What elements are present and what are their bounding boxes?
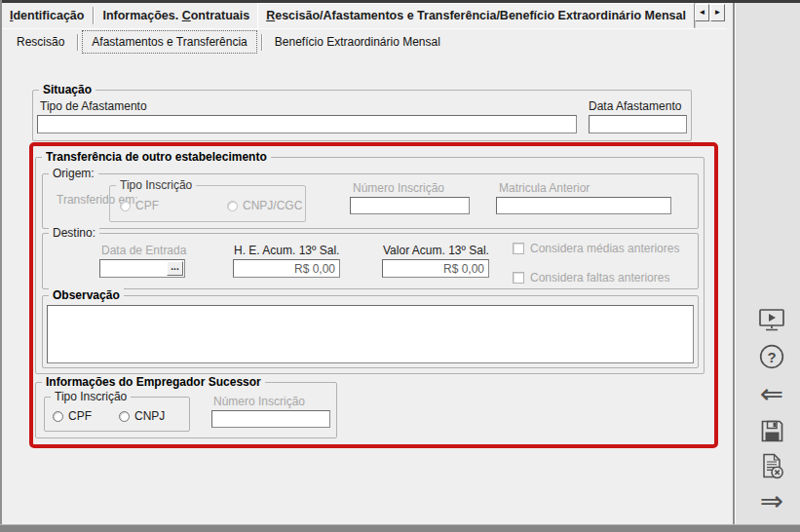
data-entrada-label: Data de Entrada xyxy=(101,244,186,257)
considera-faltas-label: Considera faltas anteriores xyxy=(530,271,669,285)
considera-faltas-checkbox[interactable]: Considera faltas anteriores xyxy=(513,271,669,285)
data-afastamento-label: Data Afastamento xyxy=(589,99,681,113)
considera-medias-label: Considera médias anteriores xyxy=(530,242,679,255)
origem-cnpj-radio-label: CNPJ/CGC xyxy=(243,199,302,212)
observacao-group: Observação xyxy=(42,295,699,368)
forward-icon[interactable]: ⇒ xyxy=(756,486,787,515)
he-acum-input[interactable] xyxy=(233,259,340,278)
sucessor-cpf-radio-label: CPF xyxy=(68,409,92,423)
numero-inscricao-input[interactable] xyxy=(350,197,470,214)
radio-dot-icon xyxy=(120,201,131,211)
origem-cnpj-radio[interactable]: CNPJ/CGC xyxy=(227,199,302,212)
svg-text:?: ? xyxy=(767,349,776,365)
discard-document-icon[interactable] xyxy=(756,451,787,480)
data-entrada-browse-button[interactable]: ... xyxy=(167,261,183,276)
origem-tipo-inscricao-group: Tipo Inscrição CPF CNPJ/CGC xyxy=(109,185,306,222)
observacao-textarea[interactable] xyxy=(47,305,694,363)
empregador-sucessor-title: Informações do Empregador Sucessor xyxy=(42,375,265,389)
tab-scroll-left-button[interactable]: ◄ xyxy=(695,4,709,21)
right-toolbar: ? ⇐ ⇒ xyxy=(733,3,800,524)
help-icon[interactable]: ? xyxy=(756,342,787,371)
back-icon[interactable]: ⇐ xyxy=(756,379,787,408)
radio-dot-icon xyxy=(119,411,130,422)
origem-cpf-radio-label: CPF xyxy=(135,199,159,212)
he-acum-label: H. E. Acum. 13º Sal. xyxy=(234,244,339,257)
tipo-afastamento-label: Tipo de Afastamento xyxy=(40,99,147,113)
sucessor-tipo-inscricao-title: Tipo Inscrição xyxy=(51,390,131,403)
sucessor-numero-inscricao-input[interactable] xyxy=(211,410,330,428)
valor-acum-input[interactable] xyxy=(382,259,489,278)
sucessor-tipo-inscricao-group: Tipo Inscrição CPF CNPJ xyxy=(44,397,190,432)
radio-dot-icon xyxy=(227,201,238,211)
window-left-border xyxy=(0,0,2,532)
tab-informacoes-contratuais[interactable]: Informações. Contratuais xyxy=(95,3,257,28)
app-window: Identificação Informações. Contratuais R… xyxy=(0,0,800,532)
screen-icon[interactable] xyxy=(756,305,787,334)
data-afastamento-input[interactable] xyxy=(589,115,687,133)
matricula-anterior-label: Matricula Anterior xyxy=(499,181,590,195)
subtab-beneficio-extraordinario[interactable]: Benefício Extraordinário Mensal xyxy=(266,31,449,53)
subtab-afastamentos-transferencia[interactable]: Afastamentos e Transferência xyxy=(82,30,256,54)
situacao-group-title: Situação xyxy=(39,83,95,96)
sucessor-numero-inscricao-label: Número Inscrição xyxy=(213,395,305,408)
subtab-rescisao[interactable]: Rescisão xyxy=(8,31,73,53)
subtab-separator xyxy=(77,34,78,51)
origem-group: Origem: Transferido em: Tipo Inscrição C… xyxy=(42,173,699,229)
tab-separator xyxy=(93,7,94,24)
tab-rescisao-afastamentos[interactable]: Rescisão/Afastamentos e Transferência/Be… xyxy=(257,3,695,28)
transferencia-group-title: Transferência de outro estabelecimento xyxy=(42,150,271,164)
tipo-afastamento-input[interactable] xyxy=(37,115,577,133)
main-tab-bar: Identificação Informações. Contratuais R… xyxy=(2,3,727,29)
radio-dot-icon xyxy=(53,411,63,422)
window-bottom-border xyxy=(0,524,800,532)
tab-scroll-buttons: ◄ ► xyxy=(695,4,725,21)
sucessor-cpf-radio[interactable]: CPF xyxy=(53,409,92,423)
considera-medias-checkbox[interactable]: Considera médias anteriores xyxy=(513,242,679,255)
empregador-sucessor-group: Informações do Empregador Sucessor Tipo … xyxy=(35,382,337,438)
origem-group-title: Origem: xyxy=(49,167,98,180)
origem-tipo-inscricao-title: Tipo Inscrição xyxy=(116,178,196,192)
destino-group: Destino: Data de Entrada ... H. E. Acum.… xyxy=(42,233,699,289)
sub-tab-bar: Rescisão Afastamentos e Transferência Be… xyxy=(2,29,449,55)
tab-identificacao[interactable]: Identificação xyxy=(2,3,92,28)
save-icon[interactable] xyxy=(756,416,787,445)
subtab-separator xyxy=(261,34,262,51)
checkbox-icon xyxy=(513,272,524,284)
observacao-group-title: Observação xyxy=(49,288,124,302)
destino-group-title: Destino: xyxy=(49,226,99,240)
checkbox-icon xyxy=(513,243,524,254)
transferencia-group: Transferência de outro estabelecimento O… xyxy=(35,157,705,374)
matricula-anterior-input[interactable] xyxy=(496,197,671,214)
sucessor-cnpj-radio[interactable]: CNPJ xyxy=(119,409,165,423)
tab-scroll-right-button[interactable]: ► xyxy=(710,4,725,21)
sucessor-cnpj-radio-label: CNPJ xyxy=(134,409,165,423)
numero-inscricao-label: Número Inscrição xyxy=(353,181,444,195)
situacao-group: Situação Tipo de Afastamento Data Afasta… xyxy=(32,90,692,141)
valor-acum-label: Valor Acum. 13º Sal. xyxy=(383,244,489,257)
origem-cpf-radio[interactable]: CPF xyxy=(120,199,159,212)
